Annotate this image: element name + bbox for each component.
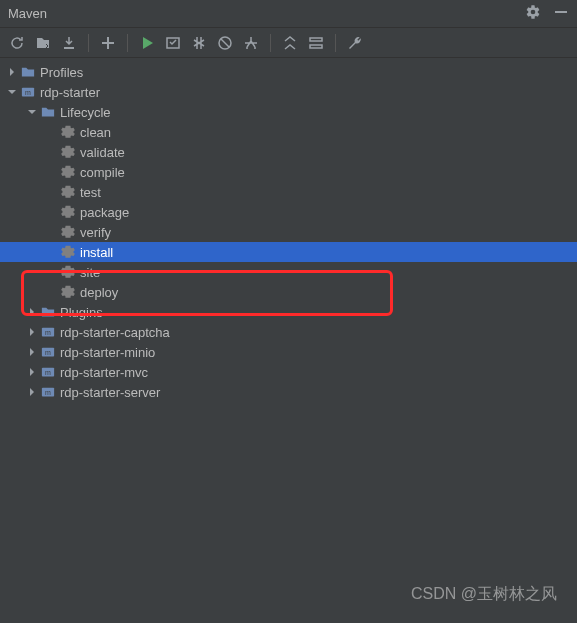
gear-icon [60, 284, 76, 300]
tree-label: install [80, 245, 113, 260]
folder-icon [20, 64, 36, 80]
download-sources-icon[interactable] [58, 32, 80, 54]
toolbar-separator [335, 34, 336, 52]
title-bar: Maven [0, 0, 577, 28]
gear-icon [60, 144, 76, 160]
show-dependencies-icon[interactable] [240, 32, 262, 54]
tree-label: Lifecycle [60, 105, 111, 120]
chevron-right-icon[interactable] [24, 384, 40, 400]
expand-all-icon[interactable] [305, 32, 327, 54]
gear-icon [60, 224, 76, 240]
lifecycle-phase-package[interactable]: package [0, 202, 577, 222]
lifecycle-phase-clean[interactable]: clean [0, 122, 577, 142]
title-controls [525, 4, 569, 23]
tree-label: validate [80, 145, 125, 160]
gear-icon [60, 164, 76, 180]
folder-icon [40, 104, 56, 120]
tree-label: verify [80, 225, 111, 240]
svg-rect-0 [555, 11, 567, 13]
chevron-down-icon[interactable] [24, 104, 40, 120]
tree-label: Profiles [40, 65, 83, 80]
tree-node-profiles[interactable]: Profiles [0, 62, 577, 82]
maven-toolbar [0, 28, 577, 58]
gear-icon [60, 264, 76, 280]
toolbar-separator [88, 34, 89, 52]
tree-label: clean [80, 125, 111, 140]
gear-icon [60, 204, 76, 220]
tree-label: test [80, 185, 101, 200]
execute-goal-icon[interactable] [162, 32, 184, 54]
panel-title: Maven [8, 6, 47, 21]
svg-text:m: m [25, 89, 31, 96]
lifecycle-phase-compile[interactable]: compile [0, 162, 577, 182]
skip-tests-icon[interactable] [214, 32, 236, 54]
svg-rect-7 [310, 45, 322, 48]
chevron-right-icon[interactable] [24, 344, 40, 360]
tree-node-project[interactable]: m rdp-starter [0, 82, 577, 102]
gear-icon [60, 244, 76, 260]
chevron-right-icon[interactable] [24, 364, 40, 380]
svg-rect-3 [102, 42, 114, 44]
folder-icon [40, 304, 56, 320]
gear-icon [60, 124, 76, 140]
collapse-all-icon[interactable] [279, 32, 301, 54]
chevron-right-icon[interactable] [24, 304, 40, 320]
svg-rect-6 [310, 38, 322, 41]
tree-label: rdp-starter-captcha [60, 325, 170, 340]
svg-text:m: m [45, 349, 51, 356]
add-icon[interactable] [97, 32, 119, 54]
svg-text:m: m [45, 329, 51, 336]
tree-label: rdp-starter-server [60, 385, 160, 400]
run-icon[interactable] [136, 32, 158, 54]
toolbar-separator [270, 34, 271, 52]
chevron-right-icon[interactable] [24, 324, 40, 340]
tree-label: rdp-starter-mvc [60, 365, 148, 380]
svg-text:m: m [45, 389, 51, 396]
toggle-offline-icon[interactable] [188, 32, 210, 54]
lifecycle-phase-deploy[interactable]: deploy [0, 282, 577, 302]
maven-module-icon: m [40, 364, 56, 380]
tree-label: package [80, 205, 129, 220]
lifecycle-phase-test[interactable]: test [0, 182, 577, 202]
chevron-right-icon[interactable] [4, 64, 20, 80]
lifecycle-phase-verify[interactable]: verify [0, 222, 577, 242]
watermark: CSDN @玉树林之风 [411, 584, 557, 605]
chevron-down-icon[interactable] [4, 84, 20, 100]
svg-rect-1 [64, 47, 74, 49]
gear-icon[interactable] [525, 4, 541, 23]
tree-label: site [80, 265, 100, 280]
minimize-icon[interactable] [553, 4, 569, 23]
wrench-icon[interactable] [344, 32, 366, 54]
toolbar-separator [127, 34, 128, 52]
tree-node-lifecycle[interactable]: Lifecycle [0, 102, 577, 122]
tree-label: rdp-starter-minio [60, 345, 155, 360]
svg-text:m: m [45, 369, 51, 376]
tree-label: deploy [80, 285, 118, 300]
tree-label: compile [80, 165, 125, 180]
maven-module-icon: m [40, 384, 56, 400]
tree-node-plugins[interactable]: Plugins [0, 302, 577, 322]
tree-node-module[interactable]: mrdp-starter-minio [0, 342, 577, 362]
tree-label: rdp-starter [40, 85, 100, 100]
lifecycle-phase-validate[interactable]: validate [0, 142, 577, 162]
maven-module-icon: m [40, 344, 56, 360]
tree-node-module[interactable]: mrdp-starter-captcha [0, 322, 577, 342]
tree-node-module[interactable]: mrdp-starter-server [0, 382, 577, 402]
lifecycle-phase-site[interactable]: site [0, 262, 577, 282]
tree-node-module[interactable]: mrdp-starter-mvc [0, 362, 577, 382]
maven-module-icon: m [40, 324, 56, 340]
reload-icon[interactable] [6, 32, 28, 54]
tree-label: Plugins [60, 305, 103, 320]
gear-icon [60, 184, 76, 200]
lifecycle-phase-install[interactable]: install [0, 242, 577, 262]
generate-sources-icon[interactable] [32, 32, 54, 54]
maven-module-icon: m [20, 84, 36, 100]
maven-tree[interactable]: Profiles m rdp-starter Lifecycle cleanva… [0, 58, 577, 402]
